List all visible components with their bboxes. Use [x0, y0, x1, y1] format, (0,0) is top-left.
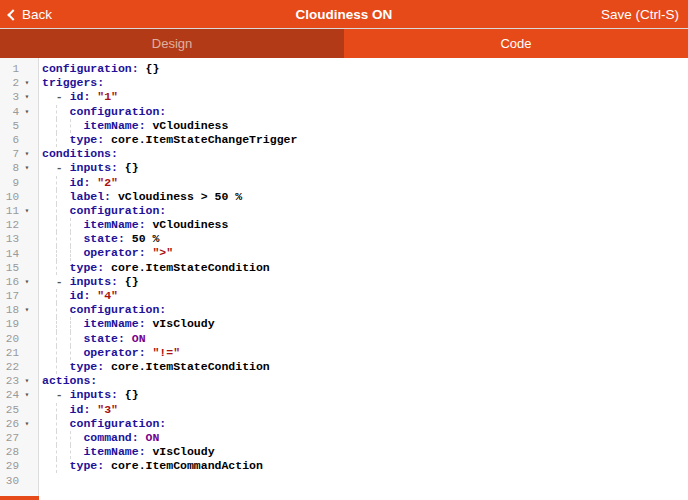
indent-guide	[70, 445, 71, 459]
indent-guide	[70, 119, 71, 133]
indent-guide	[56, 332, 57, 346]
code-editor: 12▾3▾4▾567▾8▾91011▾1213141516▾1718▾19202…	[0, 58, 688, 500]
indent-guide	[70, 346, 71, 360]
gutter-line: 16▾	[0, 275, 38, 289]
indent-guide	[56, 289, 57, 303]
code-line[interactable]: - inputs: {}	[42, 161, 688, 175]
fold-arrow-icon[interactable]: ▾	[19, 147, 35, 161]
gutter-line: 3▾	[0, 90, 38, 104]
line-number: 14	[0, 248, 19, 260]
line-number: 29	[0, 460, 19, 472]
code-line[interactable]: - inputs: {}	[42, 388, 688, 402]
line-number: 8	[0, 162, 19, 174]
gutter-line: 8▾	[0, 161, 38, 175]
line-number: 25	[0, 404, 19, 416]
indent-guide	[56, 218, 57, 232]
line-number: 17	[0, 290, 19, 302]
fold-arrow-icon[interactable]: ▾	[19, 76, 35, 90]
code-line[interactable]: configuration: {}	[42, 62, 688, 76]
line-number: 10	[0, 191, 19, 203]
code-line[interactable]: id: "2"	[42, 176, 688, 190]
code-line[interactable]: type: core.ItemStateCondition	[42, 261, 688, 275]
line-number: 16	[0, 276, 19, 288]
back-chevron-icon	[7, 9, 18, 20]
fold-arrow-icon[interactable]: ▾	[19, 105, 35, 119]
indent-guide	[70, 218, 71, 232]
gutter-line: 18▾	[0, 303, 38, 317]
line-number: 19	[0, 318, 19, 330]
code-line[interactable]: state: ON	[42, 332, 688, 346]
page-title: Cloudiness ON	[0, 7, 688, 22]
fold-arrow-icon[interactable]: ▾	[19, 374, 35, 388]
gutter-line: 1	[0, 62, 38, 76]
indent-guide	[56, 190, 57, 204]
line-number: 20	[0, 333, 19, 345]
code-line[interactable]: type: core.ItemStateCondition	[42, 360, 688, 374]
code-line[interactable]: operator: ">"	[42, 246, 688, 260]
code-line[interactable]: operator: "!="	[42, 346, 688, 360]
code-line[interactable]: conditions:	[42, 147, 688, 161]
gutter-line: 21	[0, 346, 38, 360]
code-line[interactable]: itemName: vCloudiness	[42, 218, 688, 232]
indent-guide	[56, 303, 57, 317]
line-number: 24	[0, 389, 19, 401]
gutter-line: 20	[0, 332, 38, 346]
indent-guide	[56, 176, 57, 190]
fold-arrow-icon[interactable]: ▾	[19, 417, 35, 431]
code-line[interactable]: itemName: vIsCloudy	[42, 317, 688, 331]
code-line[interactable]: triggers:	[42, 76, 688, 90]
fold-arrow-icon[interactable]: ▾	[19, 90, 35, 104]
code-line[interactable]: id: "3"	[42, 403, 688, 417]
indent-guide	[56, 417, 57, 431]
indent-guide	[56, 346, 57, 360]
code-line[interactable]	[42, 473, 688, 487]
save-button[interactable]: Save (Ctrl-S)	[601, 7, 679, 22]
code-line[interactable]: - inputs: {}	[42, 275, 688, 289]
code-line[interactable]: configuration:	[42, 303, 688, 317]
line-number: 30	[0, 475, 19, 487]
code-line[interactable]: itemName: vCloudiness	[42, 119, 688, 133]
indent-guide	[56, 459, 57, 473]
code-line[interactable]: id: "4"	[42, 289, 688, 303]
indent-guide	[56, 105, 57, 119]
fold-arrow-icon[interactable]: ▾	[19, 204, 35, 218]
indent-guide	[70, 431, 71, 445]
tab-code[interactable]: Code	[344, 29, 688, 58]
code-line[interactable]: command: ON	[42, 431, 688, 445]
gutter-line: 2▾	[0, 76, 38, 90]
fold-arrow-icon[interactable]: ▾	[19, 303, 35, 317]
indent-guide	[56, 431, 57, 445]
gutter-line: 7▾	[0, 147, 38, 161]
code-line[interactable]: configuration:	[42, 417, 688, 431]
code-line[interactable]: actions:	[42, 374, 688, 388]
code-line[interactable]: - id: "1"	[42, 90, 688, 104]
line-number: 26	[0, 418, 19, 430]
gutter-line: 27	[0, 431, 38, 445]
line-number: 5	[0, 120, 19, 132]
gutter-line: 23▾	[0, 374, 38, 388]
code-line[interactable]: configuration:	[42, 105, 688, 119]
fold-arrow-icon[interactable]: ▾	[19, 275, 35, 289]
code-line[interactable]: configuration:	[42, 204, 688, 218]
code-line[interactable]: state: 50 %	[42, 232, 688, 246]
code-line[interactable]: itemName: vIsCloudy	[42, 445, 688, 459]
fold-arrow-icon[interactable]: ▾	[19, 161, 35, 175]
gutter-line: 9	[0, 176, 38, 190]
code-line[interactable]: label: vCloudiness > 50 %	[42, 190, 688, 204]
fold-arrow-icon[interactable]: ▾	[19, 388, 35, 402]
navbar: Back Cloudiness ON Save (Ctrl-S)	[0, 0, 688, 28]
gutter-line: 5	[0, 119, 38, 133]
gutter-line: 30	[0, 473, 38, 487]
line-number: 27	[0, 432, 19, 444]
indent-guide	[56, 204, 57, 218]
gutter-line: 24▾	[0, 388, 38, 402]
editor-code[interactable]: configuration: {}triggers: - id: "1" con…	[39, 58, 688, 500]
back-button[interactable]: Back	[9, 7, 52, 22]
gutter-line: 6	[0, 133, 38, 147]
code-line[interactable]: type: core.ItemCommandAction	[42, 459, 688, 473]
indent-guide	[56, 317, 57, 331]
gutter-line: 11▾	[0, 204, 38, 218]
tab-design[interactable]: Design	[0, 29, 344, 58]
gutter-line: 4▾	[0, 105, 38, 119]
code-line[interactable]: type: core.ItemStateChangeTrigger	[42, 133, 688, 147]
